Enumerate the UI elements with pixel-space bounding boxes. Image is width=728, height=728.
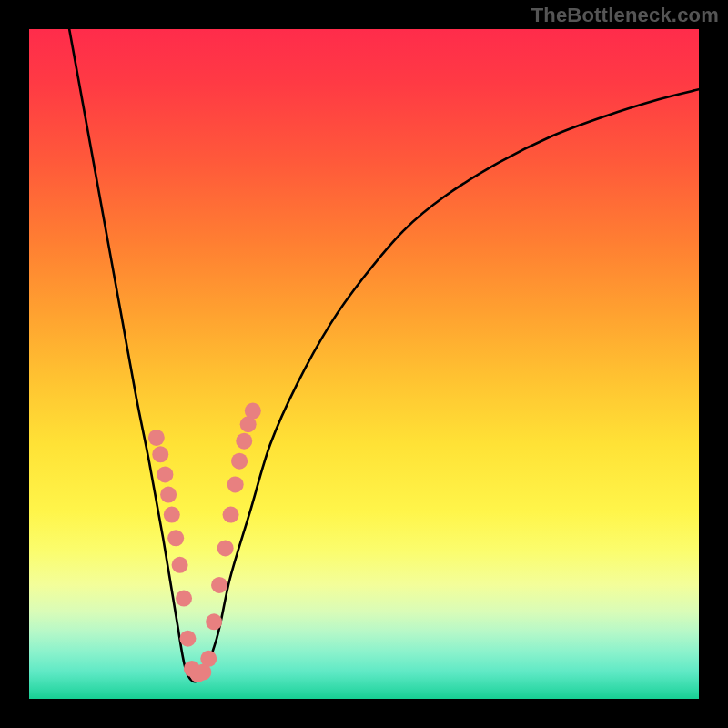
watermark-text: TheBottleneck.com	[531, 4, 719, 27]
highlight-dot	[236, 433, 252, 450]
highlight-dot	[206, 613, 222, 630]
highlight-dot	[164, 507, 180, 523]
highlight-dot	[172, 557, 188, 573]
highlight-dot	[179, 631, 196, 647]
highlight-dot	[148, 430, 165, 446]
highlight-dots	[148, 403, 261, 682]
highlight-dot	[231, 453, 248, 470]
highlight-dot	[176, 591, 192, 607]
plot-area	[29, 29, 699, 699]
highlight-dot	[228, 476, 244, 492]
highlight-dot	[167, 530, 184, 546]
bottleneck-curve	[69, 29, 699, 682]
highlight-dot	[152, 446, 168, 462]
chart-frame: TheBottleneck.com	[0, 0, 728, 728]
highlight-dot	[245, 403, 261, 420]
highlight-dot	[217, 540, 234, 556]
highlight-dot	[157, 466, 173, 482]
highlight-dot	[223, 507, 239, 523]
highlight-dot	[160, 487, 177, 503]
highlight-dot	[200, 651, 217, 667]
highlight-dot	[211, 577, 228, 593]
curve-layer	[29, 29, 699, 699]
